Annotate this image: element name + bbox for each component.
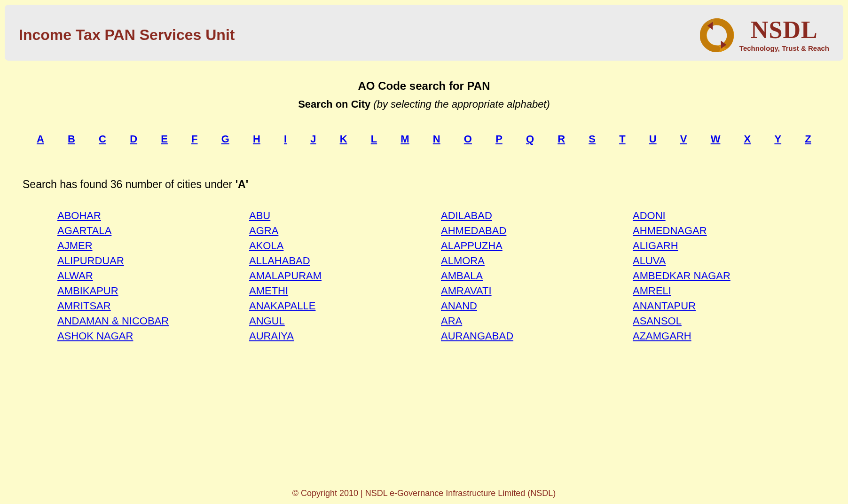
- footer-copyright: © Copyright 2010 | NSDL e-Governance Inf…: [292, 488, 556, 498]
- alphabet-link-v[interactable]: V: [680, 133, 687, 145]
- city-link[interactable]: AMRITSAR: [57, 300, 240, 312]
- logo-name: NSDL: [751, 18, 818, 42]
- alphabet-link-s[interactable]: S: [589, 133, 596, 145]
- city-link[interactable]: ARA: [441, 315, 623, 327]
- alphabet-link-j[interactable]: J: [310, 133, 316, 145]
- alphabet-link-w[interactable]: W: [711, 133, 721, 145]
- city-link[interactable]: AHMEDABAD: [441, 225, 623, 237]
- city-link[interactable]: ANAKAPALLE: [249, 300, 432, 312]
- alphabet-link-x[interactable]: X: [744, 133, 751, 145]
- city-link[interactable]: AMBEDKAR NAGAR: [633, 270, 815, 282]
- city-link[interactable]: ANDAMAN & NICOBAR: [57, 315, 240, 327]
- result-mid: number of cities under: [122, 178, 235, 190]
- city-link[interactable]: ALMORA: [441, 255, 623, 267]
- search-result-summary: Search has found 36 number of cities und…: [14, 178, 834, 191]
- alphabet-link-p[interactable]: P: [495, 133, 503, 145]
- alphabet-link-y[interactable]: Y: [774, 133, 781, 145]
- city-link[interactable]: ALIGARH: [633, 240, 815, 252]
- city-link[interactable]: ALUVA: [633, 255, 815, 267]
- city-link[interactable]: ALIPURDUAR: [57, 255, 240, 267]
- city-link[interactable]: ALWAR: [57, 270, 240, 282]
- city-link[interactable]: ADONI: [633, 210, 815, 222]
- alphabet-link-f[interactable]: F: [191, 133, 197, 145]
- alphabet-link-a[interactable]: A: [37, 133, 44, 145]
- alphabet-link-h[interactable]: H: [253, 133, 260, 145]
- alphabet-link-n[interactable]: N: [433, 133, 440, 145]
- alphabet-link-r[interactable]: R: [557, 133, 565, 145]
- main-content: AO Code search for PAN Search on City (b…: [5, 61, 843, 485]
- alphabet-link-i[interactable]: I: [284, 133, 287, 145]
- result-letter: 'A': [236, 178, 249, 190]
- city-link[interactable]: AMBALA: [441, 270, 623, 282]
- city-link[interactable]: ANANTAPUR: [633, 300, 815, 312]
- city-link[interactable]: ASANSOL: [633, 315, 815, 327]
- alphabet-link-b[interactable]: B: [68, 133, 75, 145]
- alphabet-link-z[interactable]: Z: [805, 133, 811, 145]
- city-link[interactable]: AJMER: [57, 240, 240, 252]
- alphabet-link-g[interactable]: G: [221, 133, 229, 145]
- city-link[interactable]: AMRAVATI: [441, 285, 623, 297]
- city-link[interactable]: AMRELI: [633, 285, 815, 297]
- alphabet-link-q[interactable]: Q: [526, 133, 534, 145]
- city-link[interactable]: ANAND: [441, 300, 623, 312]
- city-link[interactable]: ASHOK NAGAR: [57, 330, 240, 342]
- alphabet-link-l[interactable]: L: [371, 133, 377, 145]
- alphabet-link-e[interactable]: E: [161, 133, 168, 145]
- city-link[interactable]: ALAPPUZHA: [441, 240, 623, 252]
- section-heading: AO Code search for PAN: [14, 79, 834, 93]
- city-link[interactable]: AURANGABAD: [441, 330, 623, 342]
- city-link[interactable]: AGRA: [249, 225, 432, 237]
- city-link[interactable]: AZAMGARH: [633, 330, 815, 342]
- result-count: 36: [110, 178, 123, 190]
- page-title: Income Tax PAN Services Unit: [19, 26, 235, 44]
- city-link[interactable]: AHMEDNAGAR: [633, 225, 815, 237]
- city-link[interactable]: ABU: [249, 210, 432, 222]
- city-link[interactable]: ABOHAR: [57, 210, 240, 222]
- alphabet-link-m[interactable]: M: [400, 133, 409, 145]
- city-link[interactable]: AGARTALA: [57, 225, 240, 237]
- city-link[interactable]: ALLAHABAD: [249, 255, 432, 267]
- subheading-strong: Search on City: [298, 98, 370, 110]
- city-link[interactable]: AURAIYA: [249, 330, 432, 342]
- alphabet-link-c[interactable]: C: [99, 133, 106, 145]
- alphabet-link-d[interactable]: D: [130, 133, 137, 145]
- section-subheading: Search on City (by selecting the appropr…: [14, 98, 834, 110]
- city-link[interactable]: AMALAPURAM: [249, 270, 432, 282]
- logo-tagline: Technology, Trust & Reach: [739, 44, 829, 52]
- alphabet-link-u[interactable]: U: [649, 133, 657, 145]
- alphabet-link-o[interactable]: O: [464, 133, 472, 145]
- logo: NSDL Technology, Trust & Reach: [700, 18, 829, 52]
- alphabet-link-k[interactable]: K: [340, 133, 347, 145]
- logo-text: NSDL Technology, Trust & Reach: [739, 18, 829, 52]
- city-link[interactable]: AMBIKAPUR: [57, 285, 240, 297]
- nsdl-logo-icon: [700, 18, 734, 52]
- result-prefix: Search has found: [23, 178, 110, 190]
- page-frame: Income Tax PAN Services Unit NSDL Techno…: [0, 0, 848, 504]
- alphabet-nav: ABCDEFGHIJKLMNOPQRSTUVWXYZ: [14, 133, 834, 145]
- header: Income Tax PAN Services Unit NSDL Techno…: [5, 5, 843, 61]
- alphabet-link-t[interactable]: T: [619, 133, 625, 145]
- cities-grid: ABOHARABUADILABADADONIAGARTALAAGRAAHMEDA…: [14, 210, 834, 342]
- city-link[interactable]: ANGUL: [249, 315, 432, 327]
- city-link[interactable]: AMETHI: [249, 285, 432, 297]
- city-link[interactable]: ADILABAD: [441, 210, 623, 222]
- footer: © Copyright 2010 | NSDL e-Governance Inf…: [5, 485, 843, 499]
- city-link[interactable]: AKOLA: [249, 240, 432, 252]
- subheading-hint: (by selecting the appropriate alphabet): [373, 98, 550, 110]
